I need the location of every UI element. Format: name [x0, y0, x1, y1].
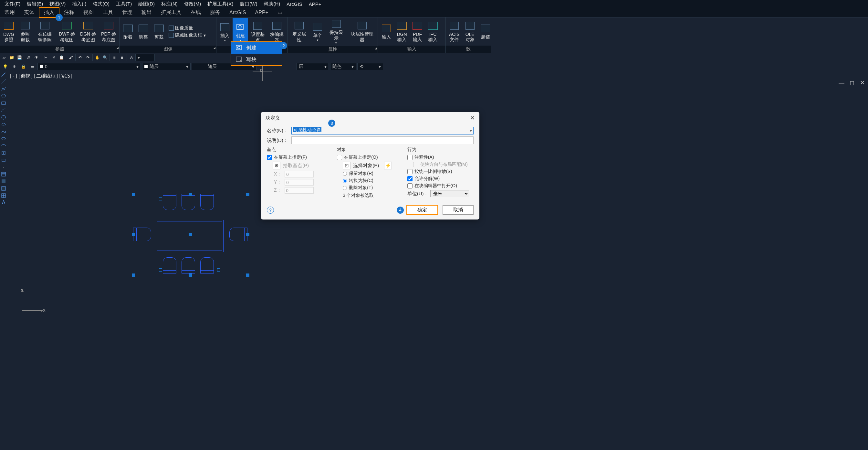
lt-table[interactable]: [0, 192, 7, 199]
menu-window[interactable]: 窗口(W): [237, 1, 260, 7]
btn-import[interactable]: 输入: [379, 18, 394, 45]
layer-mgr[interactable]: ☰: [28, 63, 36, 71]
btn-img-clip[interactable]: 剪裁: [151, 18, 167, 45]
btn-dgn-import[interactable]: DGN 输入: [394, 18, 410, 45]
tab-online[interactable]: 在线: [186, 8, 206, 17]
layer-dd[interactable]: 0 ▾: [37, 63, 141, 70]
lt-circle[interactable]: [0, 114, 7, 120]
check-open-editor[interactable]: 在块编辑器中打开(O): [407, 183, 473, 189]
tab-arcgis[interactable]: ArcGIS: [225, 8, 251, 17]
check-onscreen-base[interactable]: 在屏幕上指定(F): [267, 154, 333, 160]
btn-dgn-ref[interactable]: DGN 参 考底图: [78, 18, 98, 45]
qt-props[interactable]: ≡: [111, 54, 118, 61]
tab-service[interactable]: 服务: [206, 8, 225, 17]
pick-basepoint-button[interactable]: ⊕: [273, 162, 280, 169]
btn-ref-edit[interactable]: 在位编辑参照: [34, 18, 56, 45]
lt-gradient[interactable]: [0, 178, 7, 185]
radio-delete[interactable]: 删除对象(T): [343, 185, 403, 191]
check-allow-explode[interactable]: 允许分解(W): [407, 176, 473, 182]
qt-new[interactable]: ▱: [0, 54, 8, 61]
quickselect-button[interactable]: ⚡: [384, 162, 392, 169]
tab-common[interactable]: 常用: [0, 8, 20, 17]
qt-redo[interactable]: ↷: [84, 54, 92, 61]
name-input[interactable]: 可见性动态块 ▾: [291, 127, 473, 135]
tab-entity[interactable]: 实体: [20, 8, 39, 17]
btn-hide-frame[interactable]: 隐藏图像边框 ▾: [167, 32, 208, 39]
btn-single[interactable]: 单个▾: [310, 18, 325, 45]
select-objects-button[interactable]: ⊡: [343, 162, 350, 169]
qt-print[interactable]: 🖨: [25, 54, 33, 61]
tab-appplus[interactable]: APP+: [251, 8, 273, 17]
text-style-dd[interactable]: ▾: [135, 54, 155, 61]
lt-point[interactable]: ·: [0, 164, 7, 170]
lt-pline[interactable]: [0, 86, 7, 92]
tab-insert[interactable]: 插入 1: [39, 7, 59, 18]
tab-output[interactable]: 输出: [137, 8, 156, 17]
menu-tools[interactable]: 工具(T): [113, 1, 135, 7]
qt-save[interactable]: 💾: [16, 54, 23, 61]
y-input[interactable]: [285, 179, 314, 186]
dialog-close-button[interactable]: ✕: [470, 114, 475, 121]
desc-input[interactable]: [291, 136, 473, 144]
menu-draw[interactable]: 绘图(D): [135, 1, 158, 7]
lt-spline[interactable]: [0, 128, 7, 135]
btn-pdf-ref[interactable]: PDF 参 考底图: [98, 18, 119, 45]
lineweight-dd[interactable]: 层 ▾: [297, 63, 329, 70]
check-onscreen-obj[interactable]: 在屏幕上指定(O): [337, 154, 403, 160]
lt-ellarc[interactable]: [0, 143, 7, 149]
tab-view[interactable]: 视图: [79, 8, 98, 17]
tab-image-button[interactable]: ▭: [273, 8, 287, 17]
lt-block[interactable]: [0, 157, 7, 163]
lt-ellipse[interactable]: [0, 136, 7, 142]
qt-cut[interactable]: ✂: [42, 54, 50, 61]
lt-line[interactable]: [0, 72, 7, 78]
cancel-button[interactable]: 取消: [442, 205, 473, 215]
unit-select[interactable]: 毫米: [430, 190, 469, 197]
btn-dwf-ref[interactable]: DWF 参 考底图: [56, 18, 78, 45]
dropdown-item-wblock[interactable]: 写块: [231, 54, 282, 65]
qt-pan[interactable]: ✋: [93, 54, 101, 61]
btn-acis[interactable]: ACIS 文件: [446, 18, 462, 45]
qt-text[interactable]: A: [128, 54, 135, 61]
lt-polygon[interactable]: [0, 93, 7, 99]
color-dd[interactable]: 随层 ▾: [142, 63, 191, 70]
menu-modify[interactable]: 修改(M): [181, 1, 205, 7]
menu-help[interactable]: 帮助(H): [260, 1, 283, 7]
close-button[interactable]: ✕: [858, 79, 866, 87]
lt-revcloud[interactable]: [0, 121, 7, 128]
z-input[interactable]: [285, 187, 314, 194]
expand-icon[interactable]: ◢: [375, 47, 377, 50]
btn-attach[interactable]: 附着: [120, 18, 136, 45]
lt-hatch[interactable]: [0, 171, 7, 177]
layer-on[interactable]: 💡: [1, 63, 9, 71]
dropdown-item-create[interactable]: 创建: [231, 42, 282, 54]
menu-arcgis[interactable]: ArcGIS: [283, 1, 305, 7]
layer-freeze[interactable]: ❄: [10, 63, 18, 71]
menu-dimension[interactable]: 标注(N): [158, 1, 181, 7]
tab-extend[interactable]: 扩展工具: [156, 8, 186, 17]
qt-preview[interactable]: 👁: [33, 54, 40, 61]
radio-keep[interactable]: 保留对象(R): [343, 171, 403, 176]
chevron-down-icon[interactable]: ▾: [470, 128, 472, 133]
btn-ref-clip[interactable]: 参照剪裁: [17, 18, 34, 45]
lt-xline[interactable]: [0, 79, 7, 85]
plotstyle-dd[interactable]: 随色 ▾: [330, 63, 356, 70]
menu-view[interactable]: 视图(V): [46, 1, 69, 7]
expand-icon[interactable]: ◢: [116, 46, 119, 50]
qt-undo[interactable]: ↶: [76, 54, 84, 61]
qt-calc[interactable]: 🖩: [118, 54, 126, 61]
menu-insert[interactable]: 插入(I): [69, 1, 90, 7]
tab-manage[interactable]: 管理: [118, 8, 137, 17]
menu-edit[interactable]: 编辑(E): [24, 1, 46, 7]
qt-paste[interactable]: 📋: [58, 54, 65, 61]
btn-keep-display[interactable]: 保持显示▾: [325, 18, 347, 45]
qt-copy[interactable]: ⎘: [50, 54, 58, 61]
qt-open[interactable]: 📁: [8, 54, 16, 61]
radio-convert[interactable]: 转换为块(C): [343, 178, 403, 184]
lt-text[interactable]: A: [0, 199, 7, 206]
check-annotative[interactable]: 注释性(A): [407, 154, 473, 160]
x-input[interactable]: [285, 171, 314, 177]
btn-pdf-import[interactable]: PDF 输入: [410, 18, 425, 45]
qt-match[interactable]: 🖌: [67, 54, 74, 61]
qt-zoom[interactable]: 🔍: [101, 54, 109, 61]
